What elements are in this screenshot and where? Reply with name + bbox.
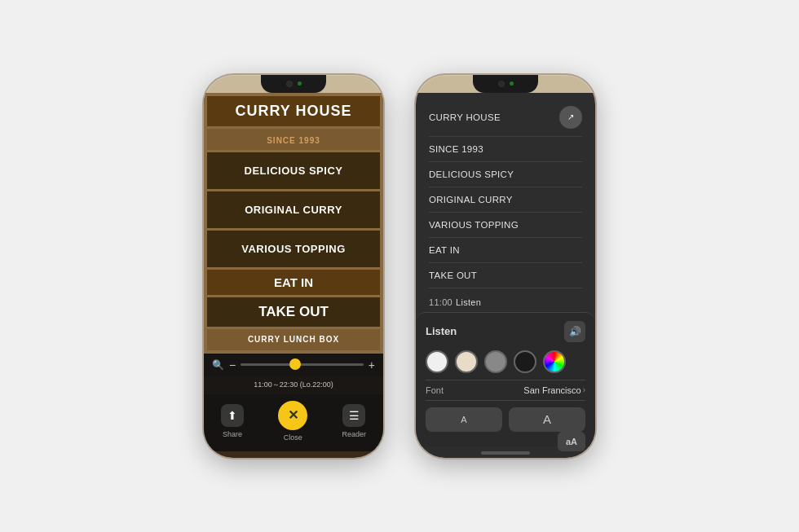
home-indicator — [481, 451, 530, 455]
popup-title-inline: Listen — [456, 297, 481, 307]
zoom-in-icon: 🔍 — [212, 359, 224, 371]
font-size-small-label: A — [461, 415, 466, 424]
phone2-notch-sensor — [510, 81, 514, 86]
sign-item-delicious: DELICIOUS SPICY — [207, 152, 380, 191]
reader-item-2: DELICIOUS SPICY — [429, 162, 582, 187]
close-label: Close — [284, 433, 302, 442]
partial-time-row: 11:00～22:30 (Lo.22:00) — [204, 376, 383, 394]
font-row: Font San Francisco › — [426, 380, 585, 401]
camera-controls: 🔍 − + — [204, 354, 383, 376]
close-action[interactable]: ✕ Close — [278, 401, 307, 442]
sign-eat-in-text: EAT IN — [274, 275, 313, 289]
partial-time: 11:00～22:30 (Lo.22:00) — [254, 380, 333, 390]
reader-item-5: EAT IN — [429, 238, 582, 263]
font-name: San Francisco — [523, 385, 580, 395]
phone-1: CURRY HOUSE SINCE 1993 DELICIOUS SPICY O… — [204, 75, 383, 458]
sign-item-topping-text: VARIOUS TOPPING — [241, 243, 346, 255]
font-value[interactable]: San Francisco › — [523, 385, 585, 395]
phone-2-screen: CURRY HOUSE ↗ SINCE 1993 DELICIOUS SPICY… — [416, 93, 595, 458]
font-chevron-icon: › — [583, 385, 585, 394]
swatch-black[interactable] — [514, 350, 536, 373]
reader-item-4: VARIOUS TOPPING — [429, 213, 582, 238]
reader-item-1: SINCE 1993 — [429, 137, 582, 162]
aa-label: aA — [566, 437, 577, 446]
sign-item-original-text: ORIGINAL CURRY — [245, 204, 342, 216]
sign-eat-in-row: EAT IN — [207, 270, 380, 297]
share-label: Share — [223, 430, 242, 438]
reader-item-0-text: CURRY HOUSE — [429, 112, 501, 122]
swatch-gray[interactable] — [484, 350, 507, 373]
bottom-toolbar: ⬆ Share ✕ Close ☰ Reader — [204, 394, 383, 451]
reader-item-4-text: VARIOUS TOPPING — [429, 220, 519, 230]
share-action[interactable]: ⬆ Share — [221, 404, 244, 438]
reader-item-6: TAKE OUT — [429, 263, 582, 288]
sign-takeout-row: TAKE OUT — [207, 297, 380, 327]
swatch-rainbow[interactable] — [543, 350, 566, 373]
swatch-cream[interactable] — [455, 350, 478, 373]
reader-item-7-text: 11:00Listen — [429, 296, 481, 309]
sign-title: CURRY HOUSE — [235, 103, 351, 119]
reader-popup: Listen 🔊 Font San Francisco › A — [416, 312, 595, 446]
sign-bottom-partial: CURRY LUNCH BOX — [207, 327, 380, 350]
reader-item-1-text: SINCE 1993 — [429, 144, 483, 154]
sign-subtitle: SINCE 1993 — [267, 136, 320, 145]
font-size-small-button[interactable]: A — [426, 407, 502, 432]
expand-button[interactable]: ↗ — [559, 106, 582, 129]
sign-takeout-text: TAKE OUT — [258, 304, 329, 320]
font-label: Font — [426, 385, 444, 395]
reader-item-0: CURRY HOUSE ↗ — [429, 103, 582, 137]
sign-subtitle-row: SINCE 1993 — [207, 129, 380, 152]
reader-item-5-text: EAT IN — [429, 245, 460, 255]
reader-item-3: ORIGINAL CURRY — [429, 187, 582, 213]
phone2-notch-camera — [498, 81, 505, 87]
reader-label: Reader — [342, 430, 366, 438]
reader-item-2-text: DELICIOUS SPICY — [429, 169, 514, 179]
swatch-white[interactable] — [426, 350, 448, 373]
phone-2: CURRY HOUSE ↗ SINCE 1993 DELICIOUS SPICY… — [416, 75, 595, 458]
sign-bottom-text: CURRY LUNCH BOX — [248, 335, 339, 344]
notch-sensor-icon — [298, 81, 302, 86]
color-swatches — [426, 350, 585, 373]
font-size-large-button[interactable]: A — [509, 407, 585, 432]
sign-board: CURRY HOUSE SINCE 1993 DELICIOUS SPICY O… — [204, 93, 383, 354]
phone-1-screen: CURRY HOUSE SINCE 1993 DELICIOUS SPICY O… — [204, 93, 383, 458]
zoom-plus-icon[interactable]: + — [369, 358, 375, 372]
close-button[interactable]: ✕ — [278, 401, 307, 430]
sign-title-row: CURRY HOUSE — [207, 96, 380, 129]
sign-item-delicious-text: DELICIOUS SPICY — [245, 165, 343, 177]
phone-2-notch — [473, 75, 538, 93]
share-icon: ⬆ — [221, 404, 244, 427]
popup-title: Listen — [426, 325, 457, 337]
size-row: A A — [426, 407, 585, 432]
font-size-large-label: A — [543, 412, 551, 426]
speaker-icon[interactable]: 🔊 — [564, 321, 585, 342]
zoom-thumb — [289, 358, 301, 370]
sign-item-topping: VARIOUS TOPPING — [207, 231, 380, 270]
notch-camera-icon — [286, 81, 293, 87]
reader-item-7: 11:00Listen — [429, 288, 582, 312]
aa-button[interactable]: aA — [558, 432, 585, 451]
reader-action[interactable]: ☰ Reader — [342, 404, 366, 438]
popup-header: Listen 🔊 — [426, 321, 585, 342]
reader-item-6-text: TAKE OUT — [429, 270, 477, 280]
reader-list: CURRY HOUSE ↗ SINCE 1993 DELICIOUS SPICY… — [416, 93, 595, 312]
zoom-minus-icon[interactable]: − — [229, 358, 236, 372]
reader-icon: ☰ — [342, 404, 365, 427]
zoom-slider[interactable] — [241, 363, 364, 366]
phone-1-notch — [261, 75, 326, 93]
reader-item-3-text: ORIGINAL CURRY — [429, 195, 513, 204]
sign-item-original: ORIGINAL CURRY — [207, 191, 380, 231]
